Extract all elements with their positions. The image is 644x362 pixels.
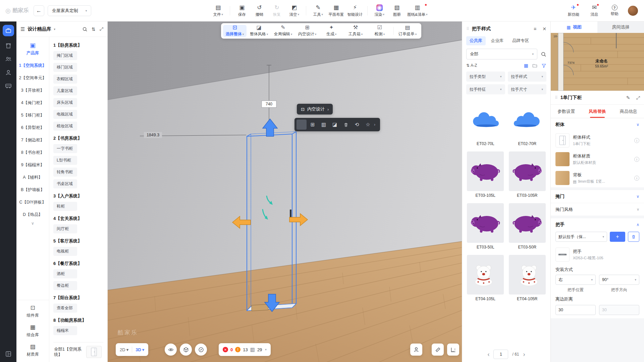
filter-handle-size[interactable]: 拉手尺寸▾ xyxy=(508,84,547,94)
drag-handle-icon[interactable]: ⠿ xyxy=(466,27,469,31)
info-icon[interactable]: i xyxy=(634,157,639,162)
info-icon[interactable]: i xyxy=(634,176,639,181)
delivery-icon[interactable] xyxy=(5,83,12,89)
combination-library-tab[interactable]: ▦ 组合库 xyxy=(27,324,39,338)
mode-interior-design[interactable]: ⊞ 内空设计▾ xyxy=(296,25,319,37)
category-open-cabinet[interactable]: 3【开放柜】 xyxy=(16,84,49,97)
subcategory-chip[interactable]: L型书柜 xyxy=(53,156,77,165)
product-card[interactable]: ET03-50R xyxy=(508,203,547,250)
subcategory-chip[interactable]: 间厅柜 xyxy=(53,224,77,233)
tool-undo[interactable]: ↺ 撤销 xyxy=(251,4,268,17)
product-card[interactable]: ET03-50L xyxy=(466,203,505,250)
walkthrough-person-button[interactable] xyxy=(410,344,422,356)
tab-style-replace[interactable]: 风格替换 xyxy=(582,105,613,118)
sort-az-control[interactable]: ⇅ A-Z xyxy=(466,63,477,68)
mode-global-edit[interactable]: ✎ 全局编辑▾ xyxy=(271,25,295,37)
select-move-icon[interactable] xyxy=(297,120,307,130)
close-icon[interactable]: ✕ xyxy=(542,26,546,32)
search-icon[interactable] xyxy=(541,51,546,57)
subcategory-chip[interactable]: 书桌区域 xyxy=(53,179,77,188)
interior-design-button[interactable]: ⊡ 内空设计 › xyxy=(297,104,333,115)
collapse-panel-icon[interactable]: ≡ xyxy=(534,26,536,32)
mode-overall-style[interactable]: ◪ 整体风格▾ xyxy=(247,25,271,37)
mode-toolbox[interactable]: ⚒ 工具箱▾ xyxy=(344,25,367,37)
profile-icon[interactable] xyxy=(5,69,12,76)
tool-smart-design[interactable]: ⚡ 智能设计 xyxy=(345,4,364,17)
subcategory-chip[interactable]: 梳妆区域 xyxy=(53,122,77,131)
tool-render[interactable]: ◉ 渲染▾ xyxy=(371,4,388,17)
project-selector[interactable]: 全屋家具定制 ▾ xyxy=(48,5,92,16)
mode-generate[interactable]: ✦ 生成▾ xyxy=(320,25,343,37)
new-features-button[interactable]: ✈ 新功能 xyxy=(566,4,581,17)
filter-sort-icon[interactable]: ⇅ xyxy=(92,27,96,32)
view-all-space-system[interactable]: 全部1【空间系统】 xyxy=(53,342,103,362)
view-3d-button[interactable]: 3D▾ xyxy=(136,347,144,352)
subcategory-chip[interactable]: 电视柜 xyxy=(53,247,77,256)
category-space-unit[interactable]: 2【空间单元】 xyxy=(16,72,49,84)
rotate-2d-icon[interactable]: ⟲ xyxy=(352,120,362,130)
expand-panel-icon[interactable]: ⤢ xyxy=(636,95,640,101)
orientation-compass-icon[interactable] xyxy=(195,344,207,356)
material-library-tab[interactable]: ▨ 材质库 xyxy=(27,343,39,357)
handle-preset-select[interactable]: 默认拉手（保... ▾ xyxy=(555,232,607,242)
back-button[interactable]: ← xyxy=(34,5,44,16)
product-card[interactable]: ET03-105L xyxy=(466,151,505,198)
mode-order-submit[interactable]: ▤ 订单提单▾ xyxy=(396,25,419,37)
mode-inspect[interactable]: ☑ 检测▾ xyxy=(368,25,391,37)
subcategory-chip[interactable]: 移门区域 xyxy=(53,63,77,72)
array-copy-icon[interactable]: ▥ xyxy=(319,120,329,130)
edit-icon[interactable]: ✎ xyxy=(626,95,630,100)
tab-room-select[interactable]: 房间选择 xyxy=(597,21,644,33)
category-tatami[interactable]: 9【榻榻米】 xyxy=(16,159,49,171)
category-diy-board[interactable]: C【DIY拼板】 xyxy=(16,196,49,209)
tool-redo[interactable]: ↻ 恢复 xyxy=(268,4,285,17)
handle-direction-label[interactable]: 把手方向 xyxy=(599,287,639,293)
product-library-tab[interactable]: ▣ 产品库 xyxy=(26,40,39,59)
paint-material-icon[interactable]: ◪ xyxy=(330,120,340,130)
mode-select-whole[interactable]: ⊡ 选择整体▾ xyxy=(223,25,247,37)
category-decor[interactable]: D【饰品】 xyxy=(16,209,49,221)
filter-funnel-icon[interactable] xyxy=(541,63,546,68)
product-card[interactable]: ET04-105L xyxy=(466,255,505,301)
product-card[interactable]: ET04-105R xyxy=(508,255,547,301)
back-panel-item[interactable]: 背板 ▤9mm背板【竖... i xyxy=(551,169,644,187)
handle-item[interactable]: 把手 XD53-C-哑黑-105 xyxy=(551,245,644,264)
category-accessories[interactable]: A【辅料】 xyxy=(16,171,49,184)
category-sliding-door-cabinet[interactable]: 5【移门柜】 xyxy=(16,109,49,122)
measure-icon[interactable] xyxy=(432,344,444,356)
tool-drawings-list[interactable]: ▥ 图纸&清单▾ xyxy=(406,4,429,17)
tab-brand-zone[interactable]: 品牌专区 xyxy=(509,36,532,45)
tool-floorplan[interactable]: ▦ 平面布置 xyxy=(327,4,345,17)
subcategory-chip[interactable]: 一字书柜 xyxy=(53,144,77,153)
subcategory-chip[interactable]: 儿童区域 xyxy=(53,86,77,95)
page-number-input[interactable] xyxy=(493,350,508,359)
install-angle-select[interactable]: 90° ▾ xyxy=(599,275,639,285)
model-display-icon[interactable] xyxy=(180,344,192,356)
subcategory-chip[interactable]: 榻榻米 xyxy=(53,326,77,335)
dimension-icon[interactable] xyxy=(447,344,459,356)
subcategory-chip[interactable]: 查看全部 xyxy=(53,304,77,313)
favorite-star-icon[interactable]: ☆ xyxy=(363,120,373,130)
product-card[interactable]: ET02-70L xyxy=(466,100,505,146)
delete-handle-button[interactable] xyxy=(628,232,639,242)
subcategory-chip[interactable]: 衣帽区域 xyxy=(53,75,77,84)
collapse-categories-icon[interactable]: ∨ xyxy=(31,221,34,229)
library-title[interactable]: 设计精品库 xyxy=(28,26,51,32)
community-icon[interactable] xyxy=(5,56,12,62)
grid-view-icon[interactable]: ▦ xyxy=(524,63,528,68)
section-handle-header[interactable]: 把手 ∧ xyxy=(551,218,644,231)
menu-icon[interactable]: ☰ xyxy=(20,26,25,32)
next-page-icon[interactable]: › xyxy=(523,351,525,358)
add-handle-button[interactable]: + xyxy=(610,232,625,242)
tab-product-info[interactable]: 商品信息 xyxy=(613,105,644,118)
tab-parameter-settings[interactable]: 参数设置 xyxy=(551,105,582,118)
design-workspace-icon[interactable] xyxy=(3,25,14,36)
component-library-tab[interactable]: ⊡ 组件库 xyxy=(27,304,39,318)
subcategory-chip[interactable]: 床头区域 xyxy=(53,98,77,107)
section-door-header[interactable]: 掩门 ∨ xyxy=(551,190,644,203)
filter-handle-type[interactable]: 拉手类型▾ xyxy=(466,72,505,82)
section-cabinet-header[interactable]: 柜体 ∨ xyxy=(551,118,644,131)
cabinet-material-item[interactable]: 柜体材质 默认柜体材质 i xyxy=(551,150,644,169)
expand-icon[interactable]: ⤢ xyxy=(100,26,103,32)
tab-public-library[interactable]: 公共库 xyxy=(466,36,486,45)
